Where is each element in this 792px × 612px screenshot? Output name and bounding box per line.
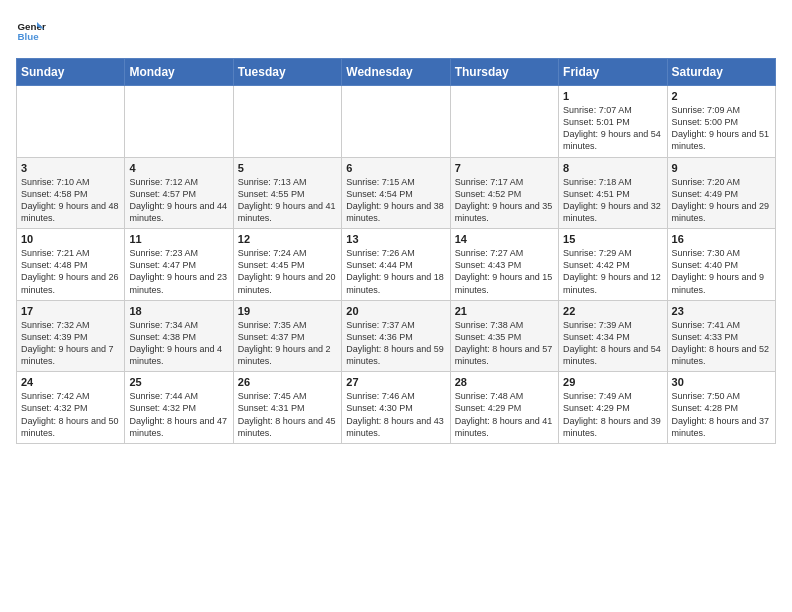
calendar-cell: 1Sunrise: 7:07 AM Sunset: 5:01 PM Daylig… <box>559 86 667 158</box>
day-number: 30 <box>672 376 771 388</box>
calendar-cell: 7Sunrise: 7:17 AM Sunset: 4:52 PM Daylig… <box>450 157 558 229</box>
day-info: Sunrise: 7:50 AM Sunset: 4:28 PM Dayligh… <box>672 390 771 439</box>
calendar-cell: 10Sunrise: 7:21 AM Sunset: 4:48 PM Dayli… <box>17 229 125 301</box>
logo-icon: General Blue <box>16 16 46 46</box>
week-row-2: 3Sunrise: 7:10 AM Sunset: 4:58 PM Daylig… <box>17 157 776 229</box>
day-info: Sunrise: 7:32 AM Sunset: 4:39 PM Dayligh… <box>21 319 120 368</box>
day-info: Sunrise: 7:24 AM Sunset: 4:45 PM Dayligh… <box>238 247 337 296</box>
logo: General Blue <box>16 16 50 46</box>
day-info: Sunrise: 7:38 AM Sunset: 4:35 PM Dayligh… <box>455 319 554 368</box>
calendar-cell: 28Sunrise: 7:48 AM Sunset: 4:29 PM Dayli… <box>450 372 558 444</box>
header: General Blue <box>16 16 776 46</box>
day-number: 15 <box>563 233 662 245</box>
calendar-cell: 22Sunrise: 7:39 AM Sunset: 4:34 PM Dayli… <box>559 300 667 372</box>
day-info: Sunrise: 7:45 AM Sunset: 4:31 PM Dayligh… <box>238 390 337 439</box>
day-info: Sunrise: 7:37 AM Sunset: 4:36 PM Dayligh… <box>346 319 445 368</box>
day-info: Sunrise: 7:35 AM Sunset: 4:37 PM Dayligh… <box>238 319 337 368</box>
calendar-cell: 13Sunrise: 7:26 AM Sunset: 4:44 PM Dayli… <box>342 229 450 301</box>
day-info: Sunrise: 7:15 AM Sunset: 4:54 PM Dayligh… <box>346 176 445 225</box>
day-number: 12 <box>238 233 337 245</box>
day-info: Sunrise: 7:42 AM Sunset: 4:32 PM Dayligh… <box>21 390 120 439</box>
calendar-cell: 15Sunrise: 7:29 AM Sunset: 4:42 PM Dayli… <box>559 229 667 301</box>
calendar-cell: 6Sunrise: 7:15 AM Sunset: 4:54 PM Daylig… <box>342 157 450 229</box>
calendar-cell: 2Sunrise: 7:09 AM Sunset: 5:00 PM Daylig… <box>667 86 775 158</box>
day-info: Sunrise: 7:49 AM Sunset: 4:29 PM Dayligh… <box>563 390 662 439</box>
calendar-cell: 5Sunrise: 7:13 AM Sunset: 4:55 PM Daylig… <box>233 157 341 229</box>
calendar-cell: 25Sunrise: 7:44 AM Sunset: 4:32 PM Dayli… <box>125 372 233 444</box>
week-row-5: 24Sunrise: 7:42 AM Sunset: 4:32 PM Dayli… <box>17 372 776 444</box>
day-info: Sunrise: 7:13 AM Sunset: 4:55 PM Dayligh… <box>238 176 337 225</box>
calendar-cell <box>125 86 233 158</box>
calendar-cell: 14Sunrise: 7:27 AM Sunset: 4:43 PM Dayli… <box>450 229 558 301</box>
day-number: 9 <box>672 162 771 174</box>
day-info: Sunrise: 7:26 AM Sunset: 4:44 PM Dayligh… <box>346 247 445 296</box>
day-number: 23 <box>672 305 771 317</box>
day-number: 5 <box>238 162 337 174</box>
day-number: 21 <box>455 305 554 317</box>
day-number: 27 <box>346 376 445 388</box>
svg-text:Blue: Blue <box>18 31 40 42</box>
calendar-cell: 12Sunrise: 7:24 AM Sunset: 4:45 PM Dayli… <box>233 229 341 301</box>
calendar-body: 1Sunrise: 7:07 AM Sunset: 5:01 PM Daylig… <box>17 86 776 444</box>
weekday-header-friday: Friday <box>559 59 667 86</box>
weekday-header-thursday: Thursday <box>450 59 558 86</box>
day-info: Sunrise: 7:39 AM Sunset: 4:34 PM Dayligh… <box>563 319 662 368</box>
day-info: Sunrise: 7:41 AM Sunset: 4:33 PM Dayligh… <box>672 319 771 368</box>
day-number: 3 <box>21 162 120 174</box>
day-info: Sunrise: 7:48 AM Sunset: 4:29 PM Dayligh… <box>455 390 554 439</box>
calendar-cell: 19Sunrise: 7:35 AM Sunset: 4:37 PM Dayli… <box>233 300 341 372</box>
day-number: 18 <box>129 305 228 317</box>
calendar-cell: 26Sunrise: 7:45 AM Sunset: 4:31 PM Dayli… <box>233 372 341 444</box>
calendar-cell: 8Sunrise: 7:18 AM Sunset: 4:51 PM Daylig… <box>559 157 667 229</box>
calendar-cell: 20Sunrise: 7:37 AM Sunset: 4:36 PM Dayli… <box>342 300 450 372</box>
day-info: Sunrise: 7:07 AM Sunset: 5:01 PM Dayligh… <box>563 104 662 153</box>
calendar-cell <box>342 86 450 158</box>
day-number: 20 <box>346 305 445 317</box>
day-number: 28 <box>455 376 554 388</box>
day-info: Sunrise: 7:12 AM Sunset: 4:57 PM Dayligh… <box>129 176 228 225</box>
day-number: 19 <box>238 305 337 317</box>
calendar-cell: 16Sunrise: 7:30 AM Sunset: 4:40 PM Dayli… <box>667 229 775 301</box>
calendar-cell <box>233 86 341 158</box>
calendar-cell: 27Sunrise: 7:46 AM Sunset: 4:30 PM Dayli… <box>342 372 450 444</box>
day-info: Sunrise: 7:46 AM Sunset: 4:30 PM Dayligh… <box>346 390 445 439</box>
calendar-cell: 9Sunrise: 7:20 AM Sunset: 4:49 PM Daylig… <box>667 157 775 229</box>
calendar-cell: 11Sunrise: 7:23 AM Sunset: 4:47 PM Dayli… <box>125 229 233 301</box>
weekday-header-saturday: Saturday <box>667 59 775 86</box>
day-info: Sunrise: 7:17 AM Sunset: 4:52 PM Dayligh… <box>455 176 554 225</box>
day-number: 8 <box>563 162 662 174</box>
week-row-3: 10Sunrise: 7:21 AM Sunset: 4:48 PM Dayli… <box>17 229 776 301</box>
day-number: 25 <box>129 376 228 388</box>
day-info: Sunrise: 7:09 AM Sunset: 5:00 PM Dayligh… <box>672 104 771 153</box>
week-row-1: 1Sunrise: 7:07 AM Sunset: 5:01 PM Daylig… <box>17 86 776 158</box>
calendar-cell: 17Sunrise: 7:32 AM Sunset: 4:39 PM Dayli… <box>17 300 125 372</box>
weekday-header-row: SundayMondayTuesdayWednesdayThursdayFrid… <box>17 59 776 86</box>
calendar-cell <box>450 86 558 158</box>
day-number: 29 <box>563 376 662 388</box>
calendar-cell: 3Sunrise: 7:10 AM Sunset: 4:58 PM Daylig… <box>17 157 125 229</box>
day-number: 6 <box>346 162 445 174</box>
calendar: SundayMondayTuesdayWednesdayThursdayFrid… <box>16 58 776 444</box>
calendar-cell: 29Sunrise: 7:49 AM Sunset: 4:29 PM Dayli… <box>559 372 667 444</box>
day-info: Sunrise: 7:20 AM Sunset: 4:49 PM Dayligh… <box>672 176 771 225</box>
day-number: 1 <box>563 90 662 102</box>
day-number: 11 <box>129 233 228 245</box>
day-number: 4 <box>129 162 228 174</box>
day-number: 24 <box>21 376 120 388</box>
weekday-header-tuesday: Tuesday <box>233 59 341 86</box>
day-number: 7 <box>455 162 554 174</box>
day-info: Sunrise: 7:10 AM Sunset: 4:58 PM Dayligh… <box>21 176 120 225</box>
week-row-4: 17Sunrise: 7:32 AM Sunset: 4:39 PM Dayli… <box>17 300 776 372</box>
day-number: 16 <box>672 233 771 245</box>
calendar-cell: 4Sunrise: 7:12 AM Sunset: 4:57 PM Daylig… <box>125 157 233 229</box>
day-number: 22 <box>563 305 662 317</box>
calendar-cell <box>17 86 125 158</box>
svg-text:General: General <box>18 21 47 32</box>
day-number: 13 <box>346 233 445 245</box>
day-info: Sunrise: 7:34 AM Sunset: 4:38 PM Dayligh… <box>129 319 228 368</box>
calendar-cell: 24Sunrise: 7:42 AM Sunset: 4:32 PM Dayli… <box>17 372 125 444</box>
day-number: 17 <box>21 305 120 317</box>
calendar-cell: 18Sunrise: 7:34 AM Sunset: 4:38 PM Dayli… <box>125 300 233 372</box>
weekday-header-sunday: Sunday <box>17 59 125 86</box>
day-number: 14 <box>455 233 554 245</box>
